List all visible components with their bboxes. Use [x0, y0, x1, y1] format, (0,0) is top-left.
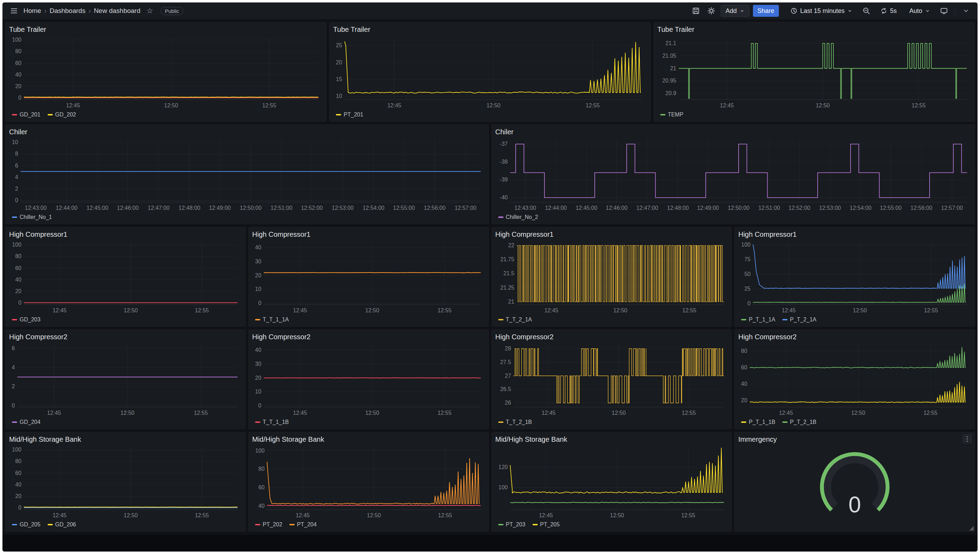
- legend-item-PT_204[interactable]: PT_204: [289, 522, 317, 528]
- breadcrumb-home[interactable]: Home: [24, 7, 41, 15]
- chart-area[interactable]: 02040608010012:4512:5012:55: [9, 34, 323, 110]
- timeseries-chart[interactable]: 10012012:4512:5012:55: [496, 444, 728, 520]
- panel-title[interactable]: Tube Trailer: [657, 24, 971, 34]
- toolbar-divider: [955, 6, 955, 15]
- legend-item-PT_203[interactable]: PT_203: [498, 522, 526, 528]
- legend-item-GD_201[interactable]: GD_201: [12, 111, 41, 118]
- timeseries-chart[interactable]: 20.920.952121.0521.112:4512:5012:55: [657, 34, 971, 110]
- time-range-picker[interactable]: Last 15 minutes: [786, 5, 857, 17]
- y-tick: 80: [15, 48, 21, 54]
- timeseries-chart[interactable]: 024681012:43:0012:44:0012:45:0012:46:001…: [9, 137, 485, 213]
- timeseries-chart[interactable]: 024612:4512:5012:55: [9, 342, 242, 418]
- panel-resize-handle[interactable]: [969, 526, 974, 530]
- chart-area[interactable]: 40608010012:4512:5012:55: [252, 444, 485, 520]
- grid: [17, 344, 237, 407]
- legend-item-T_T_1_1B[interactable]: T_T_1_1B: [255, 419, 289, 425]
- y-tick: 100: [12, 447, 21, 452]
- legend-item-T_T_2_1A[interactable]: T_T_2_1A: [498, 317, 532, 323]
- tv-mode-icon[interactable]: [938, 5, 950, 17]
- chart-area[interactable]: 20.920.952121.0521.112:4512:5012:55: [657, 34, 971, 110]
- legend-item-Chiller_No_2[interactable]: Chiller_No_2: [498, 214, 539, 220]
- panel-menu-kebab-icon[interactable]: ⋮: [962, 434, 972, 444]
- timeseries-chart[interactable]: 02040608010012:4512:5012:55: [9, 239, 242, 315]
- menu-toggle-button[interactable]: [8, 5, 20, 17]
- y-tick: 25: [744, 286, 751, 292]
- timeseries-chart[interactable]: 2121.2521.521.752212:4512:5012:55: [496, 239, 728, 315]
- legend-item-P_T_2_1B[interactable]: P_T_2_1B: [782, 419, 817, 425]
- timeseries-chart[interactable]: 02040608010012:4512:5012:55: [9, 34, 323, 110]
- settings-gear-icon[interactable]: [705, 5, 717, 17]
- legend-item-P_T_1_1B[interactable]: P_T_1_1B: [741, 419, 775, 425]
- chart-area[interactable]: 02040608010012:4512:5012:55: [9, 239, 242, 315]
- legend-item-GD_206[interactable]: GD_206: [48, 522, 76, 528]
- save-dashboard-icon[interactable]: [690, 5, 702, 17]
- timeseries-chart[interactable]: 01020304012:4512:5012:55: [252, 342, 485, 418]
- timeseries-chart[interactable]: 2626.52727.52812:4512:5012:55: [496, 342, 728, 418]
- refresh-button[interactable]: 5s: [876, 5, 901, 17]
- timeseries-chart[interactable]: 025507510012:4512:5012:55: [738, 239, 971, 315]
- x-tick: 12:53:00: [819, 205, 841, 211]
- panel-title[interactable]: High Compressor1: [252, 229, 485, 239]
- timeseries-chart[interactable]: 02040608010012:4512:5012:55: [9, 444, 242, 520]
- panel-title[interactable]: High Compressor1: [738, 229, 971, 239]
- chart-area[interactable]: 025507510012:4512:5012:55: [738, 239, 971, 315]
- breadcrumb-separator: ›: [45, 7, 46, 15]
- panel-high-compressor2-b: High Compressor2 01020304012:4512:5012:5…: [249, 330, 489, 429]
- panel-title[interactable]: High Compressor1: [496, 229, 728, 239]
- chart-area[interactable]: 01020304012:4512:5012:55: [252, 342, 485, 418]
- chart-area[interactable]: 10012012:4512:5012:55: [496, 444, 728, 520]
- legend-item-PT_202[interactable]: PT_202: [255, 522, 282, 528]
- share-button[interactable]: Share: [753, 5, 779, 17]
- legend-item-P_T_1_1A[interactable]: P_T_1_1A: [741, 317, 775, 323]
- timeseries-chart[interactable]: -40-39-38-3712:43:0012:44:0012:45:0012:4…: [496, 137, 971, 213]
- timeseries-chart[interactable]: 01020304012:4512:5012:55: [252, 239, 485, 315]
- legend-item-GD_205[interactable]: GD_205: [12, 522, 41, 528]
- chart-area[interactable]: 024612:4512:5012:55: [9, 342, 242, 418]
- panel-title[interactable]: High Compressor1: [9, 229, 242, 239]
- chart-area[interactable]: 2626.52727.52812:4512:5012:55: [496, 342, 728, 418]
- panel-title[interactable]: Tube Trailer: [9, 24, 323, 34]
- panel-title[interactable]: Mid/High Storage Bank: [496, 435, 728, 444]
- breadcrumb-dashboards[interactable]: Dashboards: [50, 7, 85, 15]
- timeseries-chart[interactable]: 2040608012:4512:5012:55: [738, 342, 971, 418]
- chart-area[interactable]: 01020304012:4512:5012:55: [252, 239, 485, 315]
- panel-title[interactable]: Mid/High Storage Bank: [9, 435, 242, 444]
- y-tick: 25: [336, 42, 342, 48]
- breadcrumb: Home › Dashboards › New dashboard: [24, 7, 140, 15]
- panel-title[interactable]: High Compressor2: [496, 332, 728, 342]
- legend-label: TEMP: [668, 111, 683, 118]
- legend-item-PT_201[interactable]: PT_201: [336, 111, 363, 118]
- panel-title[interactable]: High Compressor2: [9, 332, 242, 342]
- panel-title[interactable]: Tube Trailer: [333, 24, 647, 34]
- chart-area[interactable]: 024681012:43:0012:44:0012:45:0012:46:001…: [9, 137, 485, 213]
- legend-item-T_T_2_1B[interactable]: T_T_2_1B: [498, 419, 532, 425]
- collapse-toolbar-icon[interactable]: [960, 5, 972, 17]
- legend-item-T_T_1_1A[interactable]: T_T_1_1A: [255, 317, 289, 323]
- timeseries-chart[interactable]: 1015202512:4512:5012:55: [333, 34, 647, 110]
- panel-title[interactable]: Chiler: [496, 127, 971, 137]
- legend-item-GD_202[interactable]: GD_202: [48, 111, 76, 118]
- add-button[interactable]: Add: [721, 5, 749, 17]
- chart-area[interactable]: 02040608010012:4512:5012:55: [9, 444, 242, 520]
- zoom-out-icon[interactable]: [860, 5, 872, 17]
- panel-title[interactable]: Immergency: [738, 435, 971, 444]
- y-tick: 8: [15, 151, 18, 157]
- refresh-interval-picker[interactable]: Auto: [905, 5, 934, 17]
- chart-area[interactable]: 2121.2521.521.752212:4512:5012:55: [496, 239, 728, 315]
- star-icon[interactable]: ☆: [144, 5, 156, 17]
- legend-item-Chiller_No_1[interactable]: Chiller_No_1: [12, 214, 52, 220]
- legend-item-P_T_2_1A[interactable]: P_T_2_1A: [782, 317, 817, 323]
- legend-item-PT_205[interactable]: PT_205: [532, 522, 560, 528]
- panel-title[interactable]: High Compressor2: [738, 332, 971, 342]
- legend-item-TEMP[interactable]: TEMP: [660, 111, 683, 118]
- chart-area[interactable]: -40-39-38-3712:43:0012:44:0012:45:0012:4…: [496, 137, 971, 213]
- chart-area[interactable]: 1015202512:4512:5012:55: [333, 34, 647, 110]
- panel-title[interactable]: High Compressor2: [252, 332, 485, 342]
- panel-title[interactable]: Mid/High Storage Bank: [252, 435, 485, 444]
- x-tick: 12:45: [720, 102, 734, 108]
- chart-area[interactable]: 2040608012:4512:5012:55: [738, 342, 971, 418]
- panel-title[interactable]: Chiler: [9, 127, 485, 137]
- legend-item-GD_204[interactable]: GD_204: [12, 419, 41, 425]
- legend-item-GD_203[interactable]: GD_203: [12, 317, 41, 323]
- timeseries-chart[interactable]: 40608010012:4512:5012:55: [252, 444, 485, 520]
